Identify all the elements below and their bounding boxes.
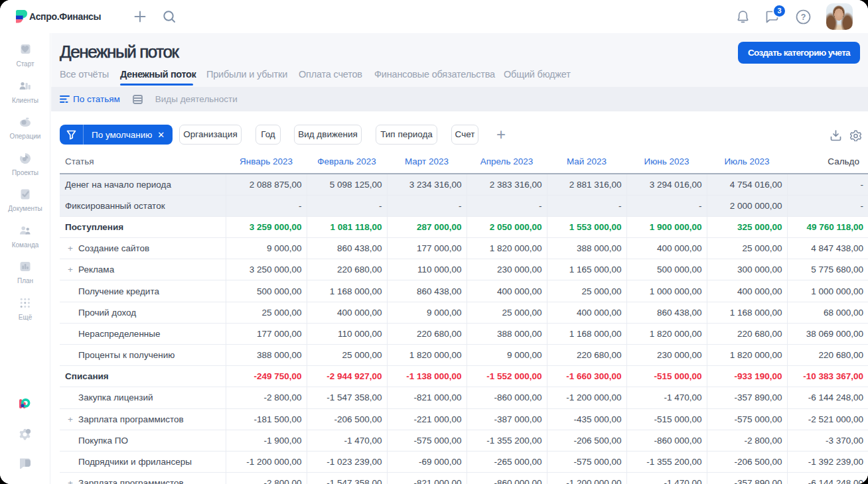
svg-text:?: ? (801, 13, 806, 22)
